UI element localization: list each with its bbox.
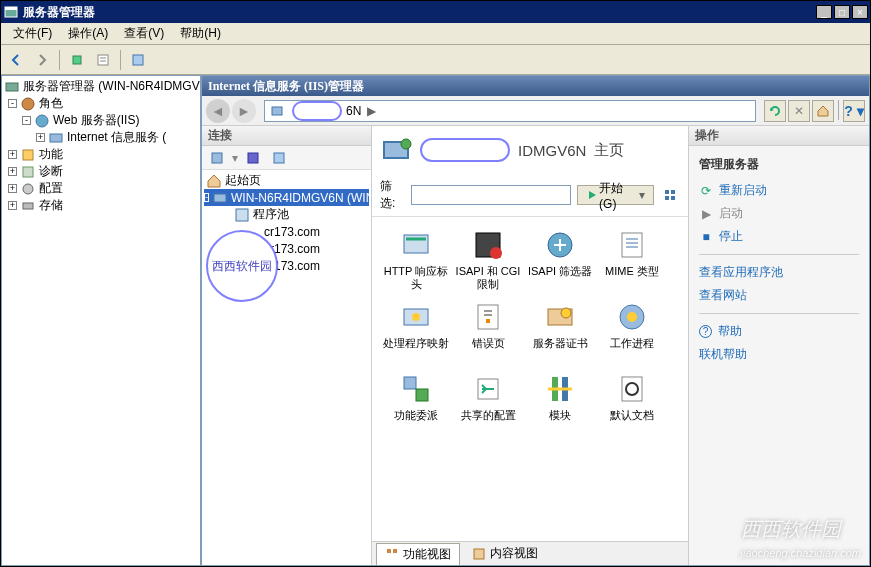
feature-item[interactable]: 处理程序映射	[380, 297, 452, 369]
address-bar[interactable]: 6N ▶	[264, 100, 756, 122]
conn-site[interactable]: cr173.com	[204, 257, 369, 274]
tree-iis[interactable]: + Internet 信息服务 (	[4, 129, 198, 146]
action-label: 查看网站	[699, 287, 747, 304]
conn-add-button[interactable]	[206, 147, 228, 169]
feature-item[interactable]: 工作进程	[596, 297, 668, 369]
expand-icon[interactable]: +	[8, 150, 17, 159]
conn-app-pools[interactable]: 程序池	[204, 206, 369, 223]
content-view-tab[interactable]: 内容视图	[464, 543, 546, 564]
feature-item[interactable]: 默认文档	[596, 369, 668, 441]
nav-back-button[interactable]: ◄	[206, 99, 230, 123]
home-icon	[206, 173, 222, 189]
expand-icon[interactable]: +	[36, 133, 45, 142]
view-mode-button[interactable]	[660, 184, 680, 206]
iis-title-bar: Internet 信息服务 (IIS)管理器	[202, 76, 869, 96]
feature-label: 错误页	[472, 337, 505, 350]
tree-diag[interactable]: + 诊断	[4, 163, 198, 180]
menu-help[interactable]: 帮助(H)	[172, 23, 229, 44]
feature-item[interactable]: 共享的配置	[452, 369, 524, 441]
filter-start-label: 开始(G)	[599, 180, 636, 211]
conn-start-page[interactable]: 起始页	[204, 172, 369, 189]
collapse-icon[interactable]: -	[22, 116, 31, 125]
home-nav-button[interactable]	[812, 100, 834, 122]
action-view-app-pools[interactable]: 查看应用程序池	[699, 261, 859, 284]
action-start[interactable]: ▶ 启动	[699, 202, 859, 225]
toolbar-separator	[120, 50, 121, 70]
svg-rect-34	[478, 305, 498, 329]
feature-item[interactable]: 错误页	[452, 297, 524, 369]
connections-tree[interactable]: 起始页 - WIN-N6R4IDMGV6N (WIN 程序池 cr1	[202, 170, 371, 565]
forward-button[interactable]	[31, 49, 53, 71]
add-button[interactable]	[66, 49, 88, 71]
conn-site[interactable]: r173.com	[204, 240, 369, 257]
page-title-frag: IDMGV6N	[518, 142, 586, 159]
conn-server[interactable]: - WIN-N6R4IDMGV6N (WIN	[204, 189, 369, 206]
action-help[interactable]: ? 帮助	[699, 320, 859, 343]
separator	[838, 100, 839, 120]
svg-rect-24	[671, 190, 675, 194]
filter-input[interactable]	[411, 185, 571, 205]
dropdown-icon[interactable]: ▾	[232, 151, 238, 165]
nav-forward-button[interactable]: ►	[232, 99, 256, 123]
svg-rect-47	[393, 549, 397, 553]
back-button[interactable]	[5, 49, 27, 71]
feature-icon	[544, 301, 576, 333]
close-button[interactable]: ×	[852, 5, 868, 19]
feature-item[interactable]: 功能委派	[380, 369, 452, 441]
feature-item[interactable]: 模块	[524, 369, 596, 441]
action-online-help[interactable]: 联机帮助	[699, 343, 859, 366]
help-dropdown-button[interactable]: ? ▾	[843, 100, 865, 122]
feature-item[interactable]: ISAPI 筛选器	[524, 225, 596, 297]
svg-rect-18	[274, 153, 284, 163]
tree-root[interactable]: 服务器管理器 (WIN-N6R4IDMGV6	[4, 78, 198, 95]
conn-label: r173.com	[270, 242, 320, 256]
feature-icon	[400, 301, 432, 333]
refresh-button[interactable]	[764, 100, 786, 122]
feature-item[interactable]: ISAPI 和 CGI 限制	[452, 225, 524, 297]
tree-label: 配置	[39, 180, 63, 197]
go-icon	[586, 189, 597, 201]
menu-view[interactable]: 查看(V)	[116, 23, 172, 44]
conn-site[interactable]: cr173.com	[204, 223, 369, 240]
action-view-sites[interactable]: 查看网站	[699, 284, 859, 307]
app-icon	[3, 4, 19, 20]
feature-item[interactable]: MIME 类型	[596, 225, 668, 297]
filter-start-button[interactable]: 开始(G) ▾	[577, 185, 653, 205]
redaction-cloud	[420, 138, 510, 162]
features-view-icon	[385, 547, 399, 561]
expand-icon[interactable]: +	[8, 167, 17, 176]
conn-label: 起始页	[225, 172, 261, 189]
connections-panel: 连接 ▾ 起始页 - WIN-N6R4IDM	[202, 126, 372, 565]
svg-point-22	[401, 139, 411, 149]
svg-rect-46	[387, 549, 391, 553]
app-pools-icon	[234, 207, 250, 223]
collapse-icon[interactable]: -	[204, 193, 209, 202]
help-button[interactable]	[127, 49, 149, 71]
tree-roles[interactable]: - 角色	[4, 95, 198, 112]
action-restart[interactable]: ⟳ 重新启动	[699, 179, 859, 202]
expand-icon[interactable]: +	[8, 201, 17, 210]
conn-up-button[interactable]	[268, 147, 290, 169]
menu-file[interactable]: 文件(F)	[5, 23, 60, 44]
tree-features[interactable]: + 功能	[4, 146, 198, 163]
action-stop[interactable]: ■ 停止	[699, 225, 859, 248]
svg-point-33	[412, 313, 420, 321]
feature-item[interactable]: 服务器证书	[524, 297, 596, 369]
properties-button[interactable]	[92, 49, 114, 71]
features-view-tab[interactable]: 功能视图	[376, 543, 460, 565]
maximize-button[interactable]: □	[834, 5, 850, 19]
left-tree[interactable]: 服务器管理器 (WIN-N6R4IDMGV6 - 角色 - Web 服务器(II…	[1, 75, 201, 566]
tree-storage[interactable]: + 存储	[4, 197, 198, 214]
conn-save-button[interactable]	[242, 147, 264, 169]
feature-item[interactable]: HTTP 响应标头	[380, 225, 452, 297]
stop-nav-button[interactable]: ✕	[788, 100, 810, 122]
minimize-button[interactable]: _	[816, 5, 832, 19]
tree-web-server[interactable]: - Web 服务器(IIS)	[4, 112, 198, 129]
expand-icon[interactable]: +	[8, 184, 17, 193]
storage-icon	[20, 198, 36, 214]
svg-point-38	[627, 312, 637, 322]
tree-config[interactable]: + 配置	[4, 180, 198, 197]
menu-action[interactable]: 操作(A)	[60, 23, 116, 44]
collapse-icon[interactable]: -	[8, 99, 17, 108]
action-label: 启动	[719, 205, 743, 222]
